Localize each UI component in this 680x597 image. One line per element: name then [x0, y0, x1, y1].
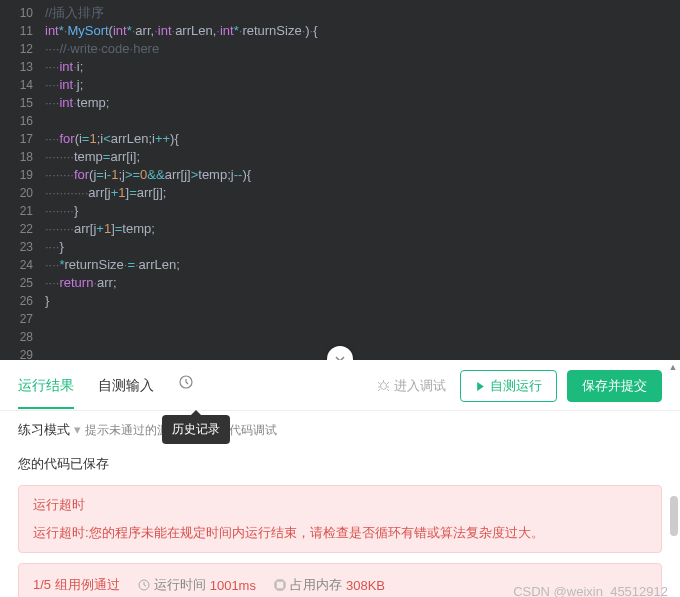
code-line[interactable]: 28 — [0, 328, 680, 346]
svg-rect-3 — [276, 581, 284, 589]
line-number: 29 — [0, 346, 45, 360]
memory-icon — [274, 579, 286, 591]
line-code[interactable]: ····} — [45, 238, 64, 256]
line-code[interactable]: ····for(i=1;i<arrLen;i++){ — [45, 130, 179, 148]
line-number: 19 — [0, 166, 45, 184]
selftest-run-button[interactable]: 自测运行 — [460, 370, 557, 402]
line-code[interactable]: ····int·temp; — [45, 94, 109, 112]
line-code[interactable]: } — [45, 292, 49, 310]
watermark: CSDN @weixin_45512912 — [513, 584, 668, 597]
code-line[interactable]: 18········temp=arr[i]; — [0, 148, 680, 166]
code-line[interactable]: 10//插入排序 — [0, 4, 680, 22]
pass-rate: 1/5 组用例通过 — [33, 576, 120, 594]
tab-bar: 运行结果 自测输入 进入调试 自测运行 保存并提交 — [0, 360, 680, 411]
error-panel: 运行超时 运行超时:您的程序未能在规定时间内运行结束，请检查是否循环有错或算法复… — [18, 485, 662, 553]
tab-selftest-input[interactable]: 自测输入 — [98, 373, 154, 407]
clock-icon — [138, 579, 150, 591]
line-number: 20 — [0, 184, 45, 202]
line-code[interactable]: //插入排序 — [45, 4, 104, 22]
code-line[interactable]: 12····//·write·code·here — [0, 40, 680, 58]
save-submit-button[interactable]: 保存并提交 — [567, 370, 662, 402]
line-number: 14 — [0, 76, 45, 94]
code-line[interactable]: 22········arr[j+1]=temp; — [0, 220, 680, 238]
line-number: 28 — [0, 328, 45, 346]
code-line[interactable]: 24····*returnSize·=·arrLen; — [0, 256, 680, 274]
line-code[interactable]: ············arr[j+1]=arr[j]; — [45, 184, 166, 202]
line-number: 11 — [0, 22, 45, 40]
line-number: 26 — [0, 292, 45, 310]
code-line[interactable]: 26} — [0, 292, 680, 310]
code-line[interactable]: 16 — [0, 112, 680, 130]
line-number: 25 — [0, 274, 45, 292]
line-code[interactable]: ········} — [45, 202, 78, 220]
line-number: 18 — [0, 148, 45, 166]
code-editor[interactable]: 10//插入排序11int*·MySort(int*·arr,·int·arrL… — [0, 0, 680, 360]
runtime-stat: 运行时间 1001ms — [138, 576, 256, 594]
line-number: 16 — [0, 112, 45, 130]
tab-result[interactable]: 运行结果 — [18, 373, 74, 409]
code-line[interactable]: 15····int·temp; — [0, 94, 680, 112]
line-number: 27 — [0, 310, 45, 328]
line-number: 15 — [0, 94, 45, 112]
code-line[interactable]: 27 — [0, 310, 680, 328]
history-tooltip: 历史记录 — [162, 415, 230, 444]
line-code[interactable]: ········for(j=i-1;j>=0&&arr[j]>temp;j--)… — [45, 166, 251, 184]
line-code[interactable]: ····//·write·code·here — [45, 40, 159, 58]
saved-message: 您的代码已保存 — [0, 449, 680, 485]
code-line[interactable]: 23····} — [0, 238, 680, 256]
line-number: 12 — [0, 40, 45, 58]
code-line[interactable]: 14····int·j; — [0, 76, 680, 94]
bug-icon — [377, 379, 390, 392]
code-line[interactable]: 19········for(j=i-1;j>=0&&arr[j]>temp;j-… — [0, 166, 680, 184]
error-message: 运行超时:您的程序未能在规定时间内运行结束，请检查是否循环有错或算法复杂度过大。 — [33, 524, 647, 542]
scroll-up-arrow[interactable]: ▲ — [668, 362, 678, 372]
code-line[interactable]: 17····for(i=1;i<arrLen;i++){ — [0, 130, 680, 148]
line-code[interactable]: ········arr[j+1]=temp; — [45, 220, 155, 238]
svg-point-1 — [381, 383, 387, 390]
line-number: 10 — [0, 4, 45, 22]
line-code[interactable]: ········temp=arr[i]; — [45, 148, 140, 166]
code-line[interactable]: 11int*·MySort(int*·arr,·int·arrLen,·int*… — [0, 22, 680, 40]
error-title: 运行超时 — [33, 496, 647, 514]
line-code[interactable]: ····int·j; — [45, 76, 83, 94]
code-line[interactable]: 20············arr[j+1]=arr[j]; — [0, 184, 680, 202]
line-code[interactable]: int*·MySort(int*·arr,·int·arrLen,·int*·r… — [45, 22, 318, 40]
code-line[interactable]: 25····return·arr; — [0, 274, 680, 292]
scrollbar-thumb[interactable] — [670, 496, 678, 536]
code-line[interactable]: 13····int·i; — [0, 58, 680, 76]
line-code[interactable]: ····return·arr; — [45, 274, 117, 292]
line-code[interactable]: ····*returnSize·=·arrLen; — [45, 256, 180, 274]
chevron-down-icon — [334, 353, 346, 360]
line-number: 21 — [0, 202, 45, 220]
code-line[interactable]: 21········} — [0, 202, 680, 220]
practice-mode-label[interactable]: 练习模式 ▾ — [18, 421, 81, 439]
line-number: 24 — [0, 256, 45, 274]
enter-debug-link[interactable]: 进入调试 — [377, 377, 446, 395]
line-number: 23 — [0, 238, 45, 256]
play-icon — [475, 381, 486, 392]
line-number: 17 — [0, 130, 45, 148]
line-code[interactable]: ····int·i; — [45, 58, 83, 76]
line-number: 13 — [0, 58, 45, 76]
history-icon[interactable] — [178, 374, 194, 406]
line-number: 22 — [0, 220, 45, 238]
result-panel: ▲ 运行结果 自测输入 进入调试 自测运行 保存并提交 练习模式 ▾ 提示未通过… — [0, 360, 680, 597]
memory-stat: 占用内存 308KB — [274, 576, 385, 594]
